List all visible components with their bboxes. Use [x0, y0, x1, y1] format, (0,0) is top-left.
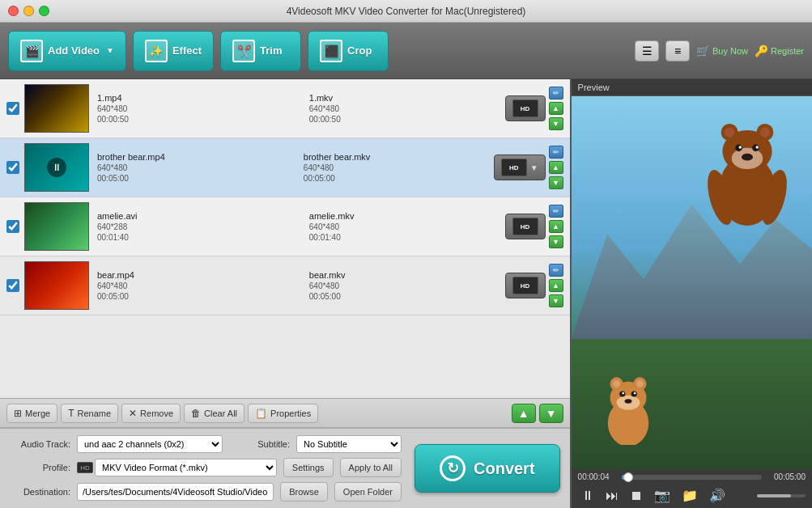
file-checkbox[interactable] — [6, 279, 19, 292]
right-convert: ↻ Convert — [402, 435, 560, 502]
control-buttons: ⏸ ⏭ ⏹ 📷 📁 🔊 — [578, 486, 806, 505]
dest-filename: brother bear.mkv — [304, 152, 494, 162]
add-video-arrow: ▼ — [106, 46, 114, 55]
buy-now-button[interactable]: 🛒 Buy Now — [696, 44, 748, 57]
file-info: bear.mp4 bear.mkv 640*480 640*480 00:05:… — [97, 270, 505, 301]
properties-button[interactable]: 📋 Properties — [248, 404, 318, 423]
file-checkbox[interactable] — [6, 102, 19, 115]
edit-icon[interactable]: ✏ — [549, 146, 563, 159]
destination-row: Destination: Browse Open Folder — [10, 482, 402, 502]
step-forward-button[interactable]: ⏭ — [602, 487, 622, 505]
add-video-label: Add Video — [48, 44, 100, 57]
format-button[interactable]: HD ▼ — [494, 155, 546, 180]
window-controls[interactable] — [8, 6, 49, 16]
svg-point-9 — [739, 146, 742, 149]
edit-icon[interactable]: ✏ — [549, 205, 563, 218]
clear-all-button[interactable]: 🗑 Clear All — [184, 404, 244, 423]
preview-label: Preview — [572, 79, 812, 96]
clear-all-label: Clear All — [204, 409, 237, 418]
open-folder-button[interactable]: Open Folder — [334, 482, 402, 502]
file-list-area: 1.mp4 1.mkv 640*480 640*480 00:00:50 00:… — [0, 79, 570, 508]
close-button[interactable] — [8, 6, 19, 16]
total-time: 00:05:00 — [767, 472, 806, 481]
table-row[interactable]: amelie.avi amelie.mkv 640*288 640*480 00… — [0, 197, 570, 256]
trim-button[interactable]: ✂️ Trim — [220, 31, 301, 71]
move-up-button[interactable]: ▲ — [512, 404, 536, 423]
pause-overlay: ⏸ — [47, 158, 66, 177]
dest-resolution: 640*480 — [309, 222, 505, 231]
maximize-button[interactable] — [39, 6, 49, 16]
audio-row: Audio Track: und aac 2 channels (0x2) Su… — [10, 435, 402, 453]
dest-resolution: 640*480 — [309, 104, 505, 113]
progress-thumb — [623, 472, 633, 482]
pause-button[interactable]: ⏸ — [578, 487, 597, 505]
list-view-button[interactable]: ☰ — [635, 40, 659, 61]
convert-button[interactable]: ↻ Convert — [415, 444, 560, 493]
edit-icon[interactable]: ✏ — [549, 264, 563, 277]
table-row[interactable]: ⏸ brother bear.mp4 brother bear.mkv 640*… — [0, 138, 570, 197]
add-video-button[interactable]: 🎬 Add Video ▼ — [8, 31, 126, 71]
crop-button[interactable]: ⬛ Crop — [308, 31, 389, 71]
toolbar-right: ☰ ≡ 🛒 Buy Now 🔑 Register — [635, 40, 804, 61]
screenshot-button[interactable]: 📷 — [651, 486, 674, 505]
destination-label: Destination: — [10, 487, 70, 497]
format-button[interactable]: HD — [505, 95, 546, 121]
file-thumbnail — [24, 261, 89, 310]
move-up-icon[interactable]: ▲ — [549, 220, 563, 233]
remove-button[interactable]: ✕ Remove — [121, 404, 181, 423]
volume-track[interactable] — [757, 494, 806, 497]
apply-to-all-button[interactable]: Apply to All — [340, 458, 402, 477]
minimize-button[interactable] — [23, 6, 34, 16]
trim-label: Trim — [260, 44, 282, 57]
destination-input[interactable] — [77, 483, 274, 501]
rename-button[interactable]: T Rename — [61, 404, 118, 423]
move-up-icon[interactable]: ▲ — [549, 161, 563, 174]
dest-filename: 1.mkv — [309, 93, 505, 103]
table-row[interactable]: 1.mp4 1.mkv 640*480 640*480 00:00:50 00:… — [0, 79, 570, 138]
format-button[interactable]: HD — [505, 273, 546, 298]
svg-point-5 — [760, 127, 770, 137]
dest-resolution: 640*480 — [309, 282, 505, 290]
file-checkbox[interactable] — [6, 220, 19, 233]
preview-video — [572, 96, 812, 469]
move-down-icon[interactable]: ▼ — [549, 294, 563, 307]
move-up-icon[interactable]: ▲ — [549, 279, 563, 292]
source-resolution: 640*288 — [97, 222, 293, 231]
convert-icon: ↻ — [440, 455, 466, 481]
audio-track-select[interactable]: und aac 2 channels (0x2) — [77, 435, 223, 453]
folder-button[interactable]: 📁 — [678, 486, 701, 505]
move-down-button[interactable]: ▼ — [539, 404, 563, 423]
register-label: Register — [771, 46, 804, 56]
effect-label: Effect — [172, 44, 202, 57]
subtitle-label: Subtitle: — [229, 439, 290, 449]
progress-track[interactable] — [622, 475, 762, 480]
move-down-icon[interactable]: ▼ — [549, 176, 563, 189]
merge-button[interactable]: ⊞ Merge — [6, 404, 57, 423]
table-row[interactable]: bear.mp4 bear.mkv 640*480 640*480 00:05:… — [0, 256, 570, 315]
move-up-icon[interactable]: ▲ — [549, 102, 563, 115]
detail-view-button[interactable]: ≡ — [665, 40, 690, 61]
crop-label: Crop — [347, 44, 372, 57]
effect-button[interactable]: ✨ Effect — [133, 31, 214, 71]
volume-button[interactable]: 🔊 — [706, 486, 729, 505]
format-icon: HD — [512, 277, 538, 294]
settings-button[interactable]: Settings — [283, 458, 334, 477]
browse-button[interactable]: Browse — [280, 482, 328, 502]
edit-icon[interactable]: ✏ — [549, 87, 563, 99]
titlebar: 4Videosoft MKV Video Converter for Mac(U… — [0, 0, 812, 23]
file-checkbox[interactable] — [6, 161, 19, 174]
audio-track-label: Audio Track: — [10, 439, 70, 449]
current-time: 00:00:04 — [578, 472, 617, 481]
main-area: 1.mp4 1.mkv 640*480 640*480 00:00:50 00:… — [0, 79, 812, 508]
rename-icon: T — [68, 408, 74, 419]
format-button[interactable]: HD — [505, 214, 546, 239]
dest-duration: 00:01:40 — [309, 233, 505, 242]
subtitle-select[interactable]: No Subtitle — [296, 435, 402, 453]
profile-select[interactable]: MKV Video Format (*.mkv) — [95, 459, 277, 476]
move-down-icon[interactable]: ▼ — [549, 235, 563, 248]
volume-fill — [757, 494, 791, 497]
register-button[interactable]: 🔑 Register — [755, 44, 804, 57]
stop-button[interactable]: ⏹ — [627, 487, 646, 505]
svg-point-4 — [725, 127, 734, 137]
move-down-icon[interactable]: ▼ — [549, 117, 563, 130]
